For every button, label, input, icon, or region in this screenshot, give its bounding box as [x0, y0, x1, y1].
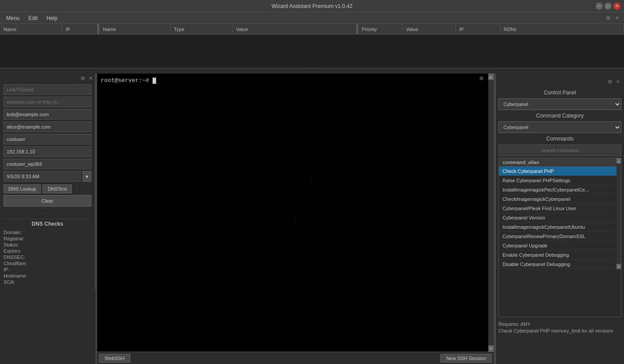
dns-status-row: Status:	[4, 242, 91, 247]
menu-edit[interactable]: Edit	[24, 14, 42, 22]
control-panel-label: Control Panel	[498, 90, 621, 96]
col-rdns: RDNs	[500, 24, 624, 34]
dns-registrar-row: Registrar:	[4, 236, 91, 241]
requires-description: Check Cyberpanel PHP memory_limit for al…	[498, 328, 621, 334]
cmd-scroll-up[interactable]: ▲	[616, 158, 621, 164]
col-value2: Value	[403, 24, 456, 34]
menu-help[interactable]: Help	[42, 14, 62, 22]
dns-domain-row: Domain:	[4, 230, 91, 235]
dns-hostname-label: Hostname:	[4, 273, 35, 278]
dns-text-button[interactable]: DNSText	[43, 184, 71, 193]
resize-row-top[interactable]: ......	[0, 68, 624, 74]
cmd-scroll-track	[616, 164, 621, 264]
title-text: Wizard Assistant Premium v1.0.42	[271, 3, 353, 9]
cmd-item-9[interactable]: Enable Cyberpanel Debugging	[499, 250, 621, 260]
link-ticketid-input[interactable]	[4, 84, 91, 95]
scroll-track	[488, 80, 494, 345]
requires-section: Requires: ANY Check Cyberpanel PHP memor…	[498, 319, 621, 337]
ssh-area: ⊞ ✕ root@server:~# ▲ ▼ ...... WebSSH New…	[97, 74, 494, 364]
dns-checks-title: DNS Checks	[4, 221, 91, 227]
right-panel: ⊞ ✕ Control Panel Cyberpanel Command Cat…	[495, 74, 624, 364]
layout-icon-1[interactable]: ⊞	[604, 15, 612, 22]
dns-cloudflare-row: Cloudflare:	[4, 261, 91, 266]
username2-input[interactable]	[4, 159, 91, 169]
dns-soa-label: SOA:	[4, 279, 35, 285]
ip-input[interactable]	[4, 146, 91, 157]
email2-input[interactable]	[4, 121, 91, 132]
top-table: Name IP Name Type Value Priority Value I…	[0, 24, 624, 68]
cmd-item-7[interactable]: CyberpanelRenewPrimaryDomainSSL	[499, 232, 621, 241]
search-command-input[interactable]	[498, 145, 621, 156]
col-ip2: IP	[456, 24, 500, 34]
ssh-toolbar: WebSSH New SSH Session	[97, 352, 494, 364]
datetime-picker-button[interactable]: ▼	[82, 171, 91, 182]
main-content: ⊞ ✕ ▼ DNS Lookup DNSText ⋮ Clear ......	[0, 74, 624, 364]
menu-bar: Menu Edit Help ⊞ ✕	[0, 12, 624, 24]
dns-registrar-label: Registrar:	[4, 236, 35, 241]
cmd-item-10[interactable]: Disable Cyberpanel Debugging	[499, 260, 621, 269]
email1-input[interactable]	[4, 109, 91, 120]
maximize-button[interactable]: □	[604, 3, 612, 10]
more-options-icon[interactable]: ⋮	[74, 184, 81, 192]
cmd-column-header: command_alias	[499, 158, 621, 167]
panel-divider-dots: ......	[4, 208, 91, 215]
cmd-item-5[interactable]: Cyberpanel Version	[499, 213, 621, 223]
clear-button[interactable]: Clear	[4, 195, 91, 207]
dns-button-row: DNS Lookup DNSText ⋮	[4, 184, 91, 193]
commands-list: command_alias Check Cyberpanel PHPRaise …	[498, 158, 621, 317]
dns-status-label: Status:	[4, 242, 35, 247]
left-panel: ⊞ ✕ ▼ DNS Lookup DNSText ⋮ Clear ......	[0, 74, 95, 289]
layout-icon-2[interactable]: ✕	[613, 15, 620, 22]
table-header: Name IP Name Type Value Priority Value I…	[0, 24, 624, 35]
domain-input[interactable]	[4, 97, 91, 107]
ssh-close-icon[interactable]: ✕	[486, 74, 493, 82]
right-panel-header: ⊞ ✕	[498, 76, 621, 87]
command-category-dropdown[interactable]: Cyberpanel	[498, 121, 621, 133]
cmd-item-6[interactable]: InstallImagemagickCyberpanelUbuntu	[499, 223, 621, 232]
commands-scrollbar[interactable]: ▲ ▼	[616, 158, 621, 269]
requires-label: Requires: ANY	[498, 321, 621, 328]
control-panel-dropdown[interactable]: Cyberpanel	[498, 98, 621, 110]
window-controls: ─ □ ✕	[596, 3, 620, 10]
ssh-resize-handle[interactable]: ......	[292, 215, 299, 223]
col-type: Type	[170, 24, 232, 34]
minimize-button[interactable]: ─	[596, 3, 603, 10]
cmd-item-2[interactable]: InstallImagemagickPeclCyberpanelCe...	[499, 185, 621, 195]
cmd-item-1[interactable]: Raise Cyberpanel PHPSettings	[499, 176, 621, 185]
divider-dots: ......	[310, 178, 314, 186]
right-close-icon[interactable]: ✕	[614, 78, 621, 85]
new-session-button[interactable]: New SSH Session	[440, 354, 492, 363]
ssh-expand-icon[interactable]: ⊞	[478, 74, 485, 82]
datetime-input[interactable]	[4, 171, 81, 182]
right-expand-icon[interactable]: ⊞	[606, 78, 613, 85]
commands-label: Commands	[498, 136, 621, 142]
commands-list-items: Check Cyberpanel PHPRaise Cyberpanel PHP…	[499, 167, 621, 269]
ssh-terminal[interactable]: root@server:~#	[97, 74, 494, 352]
dns-domain-label: Domain:	[4, 230, 35, 235]
col-ip1: IP	[62, 24, 98, 34]
col-name1: Name	[0, 24, 62, 34]
cmd-scroll-down[interactable]: ▼	[616, 264, 621, 269]
webssh-button[interactable]: WebSSH	[99, 354, 130, 363]
dns-ip-row: IP:	[4, 267, 91, 272]
username-input[interactable]	[4, 134, 91, 145]
expand-icon[interactable]: ⊞	[79, 74, 86, 82]
col-priority: Priority	[358, 24, 403, 34]
cmd-item-3[interactable]: CheckImagemagickCyberpanel	[499, 195, 621, 204]
col-value1: Value	[232, 24, 357, 34]
cmd-item-4[interactable]: Cyberpanel/Plesk Find Linux User	[499, 204, 621, 213]
dns-dnssec-row: DNSSEC:	[4, 254, 91, 260]
ssh-scrollbar[interactable]: ▲ ▼	[488, 74, 494, 352]
cursor	[153, 78, 156, 84]
dns-lookup-button[interactable]: DNS Lookup	[4, 184, 41, 193]
scroll-down-button[interactable]: ▼	[488, 345, 494, 352]
menu-menu[interactable]: Menu	[2, 14, 24, 22]
dns-expires-label: Expires:	[4, 248, 35, 254]
cmd-item-0[interactable]: Check Cyberpanel PHP	[499, 167, 621, 176]
cmd-item-8[interactable]: Cyberpanel Upgrade	[499, 241, 621, 250]
dns-dnssec-label: DNSSEC:	[4, 254, 35, 260]
close-button[interactable]: ✕	[613, 3, 620, 10]
close-panel-icon[interactable]: ✕	[87, 74, 94, 82]
datetime-row: ▼	[4, 171, 91, 182]
title-bar: Wizard Assistant Premium v1.0.42 ─ □ ✕	[0, 0, 624, 12]
